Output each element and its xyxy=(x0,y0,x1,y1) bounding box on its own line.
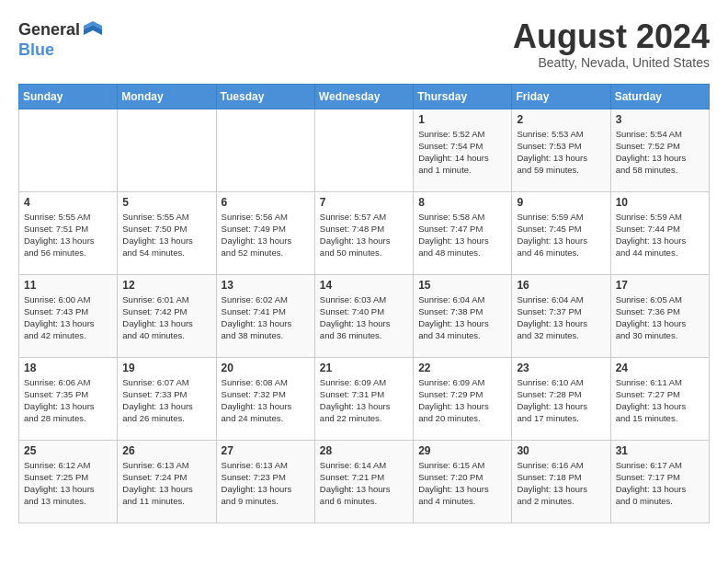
calendar-cell: 7Sunrise: 5:57 AM Sunset: 7:48 PM Daylig… xyxy=(314,191,413,274)
calendar-cell: 13Sunrise: 6:02 AM Sunset: 7:41 PM Dayli… xyxy=(216,274,314,357)
day-info: Sunrise: 6:08 AM Sunset: 7:32 PM Dayligh… xyxy=(222,376,310,425)
calendar-cell xyxy=(19,109,118,191)
calendar-cell: 16Sunrise: 6:04 AM Sunset: 7:37 PM Dayli… xyxy=(512,274,610,357)
day-info: Sunrise: 5:55 AM Sunset: 7:51 PM Dayligh… xyxy=(24,211,112,259)
calendar-cell xyxy=(118,109,216,191)
location-subtitle: Beatty, Nevada, United States xyxy=(513,55,710,70)
calendar-cell xyxy=(314,109,413,191)
calendar-cell: 30Sunrise: 6:16 AM Sunset: 7:18 PM Dayli… xyxy=(512,440,610,523)
day-info: Sunrise: 6:16 AM Sunset: 7:18 PM Dayligh… xyxy=(517,459,605,508)
calendar-cell: 31Sunrise: 6:17 AM Sunset: 7:17 PM Dayli… xyxy=(610,440,709,523)
day-info: Sunrise: 6:09 AM Sunset: 7:31 PM Dayligh… xyxy=(320,376,408,425)
week-row-1: 4Sunrise: 5:55 AM Sunset: 7:51 PM Daylig… xyxy=(19,191,710,274)
day-number: 10 xyxy=(616,196,704,209)
day-number: 15 xyxy=(418,279,506,292)
logo-general-text: General xyxy=(18,20,80,40)
calendar-cell: 3Sunrise: 5:54 AM Sunset: 7:52 PM Daylig… xyxy=(610,109,709,191)
day-number: 3 xyxy=(616,113,704,126)
day-info: Sunrise: 5:52 AM Sunset: 7:54 PM Dayligh… xyxy=(418,128,506,177)
day-number: 29 xyxy=(418,444,506,457)
calendar-cell: 21Sunrise: 6:09 AM Sunset: 7:31 PM Dayli… xyxy=(314,357,413,440)
header-day-saturday: Saturday xyxy=(610,84,709,109)
calendar-cell: 11Sunrise: 6:00 AM Sunset: 7:43 PM Dayli… xyxy=(19,274,118,357)
day-info: Sunrise: 6:04 AM Sunset: 7:37 PM Dayligh… xyxy=(517,293,605,342)
day-number: 9 xyxy=(517,196,605,209)
calendar-cell: 25Sunrise: 6:12 AM Sunset: 7:25 PM Dayli… xyxy=(19,440,118,523)
day-number: 24 xyxy=(616,362,704,374)
day-number: 21 xyxy=(320,362,408,374)
day-number: 6 xyxy=(222,196,310,209)
day-number: 26 xyxy=(122,444,210,457)
logo-icon xyxy=(82,18,104,40)
day-number: 11 xyxy=(24,279,112,292)
month-year-title: August 2024 xyxy=(513,18,710,55)
calendar-cell: 1Sunrise: 5:52 AM Sunset: 7:54 PM Daylig… xyxy=(414,109,512,191)
day-info: Sunrise: 6:15 AM Sunset: 7:20 PM Dayligh… xyxy=(418,459,506,508)
calendar-cell: 4Sunrise: 5:55 AM Sunset: 7:51 PM Daylig… xyxy=(19,191,118,274)
day-info: Sunrise: 5:55 AM Sunset: 7:50 PM Dayligh… xyxy=(122,211,210,259)
logo: General Blue xyxy=(18,18,104,60)
title-block: August 2024 Beatty, Nevada, United State… xyxy=(513,18,710,70)
day-info: Sunrise: 6:00 AM Sunset: 7:43 PM Dayligh… xyxy=(24,293,112,342)
header-day-tuesday: Tuesday xyxy=(216,84,314,109)
header-day-thursday: Thursday xyxy=(414,84,512,109)
calendar-cell: 2Sunrise: 5:53 AM Sunset: 7:53 PM Daylig… xyxy=(512,109,610,191)
calendar-cell: 12Sunrise: 6:01 AM Sunset: 7:42 PM Dayli… xyxy=(118,274,216,357)
day-info: Sunrise: 6:11 AM Sunset: 7:27 PM Dayligh… xyxy=(616,376,704,425)
day-number: 1 xyxy=(418,113,506,126)
day-info: Sunrise: 6:12 AM Sunset: 7:25 PM Dayligh… xyxy=(24,459,112,508)
day-number: 31 xyxy=(616,444,704,457)
calendar-cell: 23Sunrise: 6:10 AM Sunset: 7:28 PM Dayli… xyxy=(512,357,610,440)
week-row-2: 11Sunrise: 6:00 AM Sunset: 7:43 PM Dayli… xyxy=(19,274,710,357)
day-number: 23 xyxy=(517,362,605,374)
calendar-cell: 5Sunrise: 5:55 AM Sunset: 7:50 PM Daylig… xyxy=(118,191,216,274)
week-row-4: 25Sunrise: 6:12 AM Sunset: 7:25 PM Dayli… xyxy=(19,440,710,523)
day-info: Sunrise: 6:17 AM Sunset: 7:17 PM Dayligh… xyxy=(616,459,704,508)
day-number: 28 xyxy=(320,444,408,457)
day-number: 12 xyxy=(122,279,210,292)
calendar-cell: 18Sunrise: 6:06 AM Sunset: 7:35 PM Dayli… xyxy=(19,357,118,440)
day-info: Sunrise: 5:53 AM Sunset: 7:53 PM Dayligh… xyxy=(517,128,605,177)
day-number: 2 xyxy=(517,113,605,126)
day-info: Sunrise: 5:59 AM Sunset: 7:44 PM Dayligh… xyxy=(616,211,704,259)
day-number: 16 xyxy=(517,279,605,292)
day-info: Sunrise: 6:13 AM Sunset: 7:24 PM Dayligh… xyxy=(122,459,210,508)
day-info: Sunrise: 6:05 AM Sunset: 7:36 PM Dayligh… xyxy=(616,293,704,342)
day-info: Sunrise: 6:14 AM Sunset: 7:21 PM Dayligh… xyxy=(320,459,408,508)
calendar-cell: 27Sunrise: 6:13 AM Sunset: 7:23 PM Dayli… xyxy=(216,440,314,523)
calendar-cell: 8Sunrise: 5:58 AM Sunset: 7:47 PM Daylig… xyxy=(414,191,512,274)
calendar-header: SundayMondayTuesdayWednesdayThursdayFrid… xyxy=(19,84,710,109)
calendar-cell: 19Sunrise: 6:07 AM Sunset: 7:33 PM Dayli… xyxy=(118,357,216,440)
calendar-table: SundayMondayTuesdayWednesdayThursdayFrid… xyxy=(18,84,710,523)
day-number: 7 xyxy=(320,196,408,209)
calendar-cell: 29Sunrise: 6:15 AM Sunset: 7:20 PM Dayli… xyxy=(414,440,512,523)
day-info: Sunrise: 5:56 AM Sunset: 7:49 PM Dayligh… xyxy=(222,211,310,259)
day-info: Sunrise: 6:01 AM Sunset: 7:42 PM Dayligh… xyxy=(122,293,210,342)
calendar-cell: 14Sunrise: 6:03 AM Sunset: 7:40 PM Dayli… xyxy=(314,274,413,357)
day-number: 8 xyxy=(418,196,506,209)
day-number: 19 xyxy=(122,362,210,374)
calendar-cell: 6Sunrise: 5:56 AM Sunset: 7:49 PM Daylig… xyxy=(216,191,314,274)
calendar-cell: 9Sunrise: 5:59 AM Sunset: 7:45 PM Daylig… xyxy=(512,191,610,274)
logo-blue-text: Blue xyxy=(18,40,54,60)
header-day-wednesday: Wednesday xyxy=(314,84,413,109)
calendar-cell: 22Sunrise: 6:09 AM Sunset: 7:29 PM Dayli… xyxy=(414,357,512,440)
calendar-cell: 15Sunrise: 6:04 AM Sunset: 7:38 PM Dayli… xyxy=(414,274,512,357)
day-number: 22 xyxy=(418,362,506,374)
day-number: 14 xyxy=(320,279,408,292)
day-number: 20 xyxy=(222,362,310,374)
calendar-cell: 26Sunrise: 6:13 AM Sunset: 7:24 PM Dayli… xyxy=(118,440,216,523)
day-number: 17 xyxy=(616,279,704,292)
calendar-cell: 28Sunrise: 6:14 AM Sunset: 7:21 PM Dayli… xyxy=(314,440,413,523)
day-number: 27 xyxy=(222,444,310,457)
day-info: Sunrise: 5:57 AM Sunset: 7:48 PM Dayligh… xyxy=(320,211,408,259)
day-info: Sunrise: 6:07 AM Sunset: 7:33 PM Dayligh… xyxy=(122,376,210,425)
day-info: Sunrise: 6:02 AM Sunset: 7:41 PM Dayligh… xyxy=(222,293,310,342)
day-number: 25 xyxy=(24,444,112,457)
header-day-monday: Monday xyxy=(118,84,216,109)
day-info: Sunrise: 6:09 AM Sunset: 7:29 PM Dayligh… xyxy=(418,376,506,425)
day-info: Sunrise: 5:58 AM Sunset: 7:47 PM Dayligh… xyxy=(418,211,506,259)
day-info: Sunrise: 6:03 AM Sunset: 7:40 PM Dayligh… xyxy=(320,293,408,342)
calendar-cell: 20Sunrise: 6:08 AM Sunset: 7:32 PM Dayli… xyxy=(216,357,314,440)
header-row: SundayMondayTuesdayWednesdayThursdayFrid… xyxy=(19,84,710,109)
